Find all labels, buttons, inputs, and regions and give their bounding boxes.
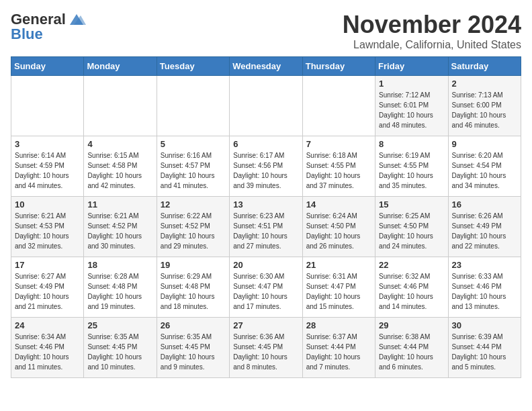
day-info: Sunrise: 6:35 AM Sunset: 4:45 PM Dayligh… [161, 332, 226, 372]
calendar-cell [157, 76, 229, 136]
day-number: 30 [452, 320, 517, 330]
day-number: 21 [306, 260, 371, 270]
day-number: 10 [15, 199, 80, 210]
calendar-cell: 25Sunrise: 6:35 AM Sunset: 4:45 PM Dayli… [84, 318, 157, 378]
calendar-cell: 8Sunrise: 6:19 AM Sunset: 4:55 PM Daylig… [375, 136, 448, 197]
day-info: Sunrise: 6:16 AM Sunset: 4:57 PM Dayligh… [161, 150, 226, 191]
calendar-cell: 30Sunrise: 6:39 AM Sunset: 4:44 PM Dayli… [448, 318, 521, 378]
title-block: November 2024 Lawndale, California, Unit… [343, 11, 521, 51]
day-number: 16 [452, 199, 517, 210]
day-info: Sunrise: 6:14 AM Sunset: 4:59 PM Dayligh… [15, 150, 80, 191]
day-number: 19 [161, 260, 226, 270]
day-number: 23 [452, 260, 517, 270]
day-info: Sunrise: 6:35 AM Sunset: 4:45 PM Dayligh… [87, 332, 152, 372]
day-number: 2 [452, 79, 517, 89]
weekday-header-saturday: Saturday [448, 57, 521, 76]
weekday-header-thursday: Thursday [302, 57, 375, 76]
day-info: Sunrise: 6:38 AM Sunset: 4:44 PM Dayligh… [379, 332, 444, 372]
day-info: Sunrise: 6:20 AM Sunset: 4:54 PM Dayligh… [452, 150, 517, 191]
calendar-cell: 17Sunrise: 6:27 AM Sunset: 4:49 PM Dayli… [11, 257, 84, 318]
day-number: 18 [87, 260, 152, 270]
calendar-cell: 1Sunrise: 7:12 AM Sunset: 6:01 PM Daylig… [375, 76, 448, 136]
day-number: 14 [306, 199, 371, 210]
calendar-cell: 5Sunrise: 6:16 AM Sunset: 4:57 PM Daylig… [157, 136, 229, 197]
calendar-cell: 9Sunrise: 6:20 AM Sunset: 4:54 PM Daylig… [448, 136, 521, 197]
day-info: Sunrise: 6:18 AM Sunset: 4:55 PM Dayligh… [306, 150, 371, 191]
calendar-cell: 26Sunrise: 6:35 AM Sunset: 4:45 PM Dayli… [157, 318, 229, 378]
weekday-header-sunday: Sunday [11, 57, 84, 76]
day-info: Sunrise: 6:29 AM Sunset: 4:48 PM Dayligh… [161, 271, 226, 312]
calendar-cell: 3Sunrise: 6:14 AM Sunset: 4:59 PM Daylig… [11, 136, 84, 197]
day-info: Sunrise: 6:36 AM Sunset: 4:45 PM Dayligh… [233, 332, 298, 372]
day-info: Sunrise: 6:39 AM Sunset: 4:44 PM Dayligh… [452, 332, 517, 372]
day-number: 29 [379, 320, 444, 330]
page-header: General Blue November 2024 Lawndale, Cal… [11, 11, 521, 51]
logo: General Blue [11, 11, 86, 43]
calendar-cell: 13Sunrise: 6:23 AM Sunset: 4:51 PM Dayli… [230, 197, 302, 257]
day-number: 6 [233, 139, 298, 149]
day-info: Sunrise: 6:33 AM Sunset: 4:46 PM Dayligh… [452, 271, 517, 312]
day-info: Sunrise: 6:22 AM Sunset: 4:52 PM Dayligh… [161, 211, 226, 251]
day-number: 20 [233, 260, 298, 270]
day-number: 4 [87, 139, 152, 149]
day-info: Sunrise: 6:24 AM Sunset: 4:50 PM Dayligh… [306, 211, 371, 251]
day-info: Sunrise: 6:31 AM Sunset: 4:47 PM Dayligh… [306, 271, 371, 312]
weekday-header-friday: Friday [375, 57, 448, 76]
day-info: Sunrise: 6:23 AM Sunset: 4:51 PM Dayligh… [233, 211, 298, 251]
calendar-cell: 10Sunrise: 6:21 AM Sunset: 4:53 PM Dayli… [11, 197, 84, 257]
calendar-cell: 28Sunrise: 6:37 AM Sunset: 4:44 PM Dayli… [302, 318, 375, 378]
day-number: 27 [233, 320, 298, 330]
calendar-cell [230, 76, 302, 136]
calendar-cell: 16Sunrise: 6:26 AM Sunset: 4:49 PM Dayli… [448, 197, 521, 257]
day-info: Sunrise: 7:13 AM Sunset: 6:00 PM Dayligh… [452, 90, 517, 130]
calendar-cell: 22Sunrise: 6:32 AM Sunset: 4:46 PM Dayli… [375, 257, 448, 318]
calendar-cell: 23Sunrise: 6:33 AM Sunset: 4:46 PM Dayli… [448, 257, 521, 318]
calendar-cell: 2Sunrise: 7:13 AM Sunset: 6:00 PM Daylig… [448, 76, 521, 136]
weekday-header-monday: Monday [84, 57, 157, 76]
day-info: Sunrise: 6:32 AM Sunset: 4:46 PM Dayligh… [379, 271, 444, 312]
calendar-cell: 7Sunrise: 6:18 AM Sunset: 4:55 PM Daylig… [302, 136, 375, 197]
day-info: Sunrise: 6:21 AM Sunset: 4:52 PM Dayligh… [87, 211, 152, 251]
calendar-cell [84, 76, 157, 136]
calendar-cell: 14Sunrise: 6:24 AM Sunset: 4:50 PM Dayli… [302, 197, 375, 257]
logo-blue-text: Blue [11, 26, 43, 43]
day-number: 8 [379, 139, 444, 149]
calendar-cell: 15Sunrise: 6:25 AM Sunset: 4:50 PM Dayli… [375, 197, 448, 257]
location-title: Lawndale, California, United States [343, 39, 521, 51]
day-number: 26 [161, 320, 226, 330]
day-number: 3 [15, 139, 80, 149]
calendar-cell: 27Sunrise: 6:36 AM Sunset: 4:45 PM Dayli… [230, 318, 302, 378]
calendar-cell: 20Sunrise: 6:30 AM Sunset: 4:47 PM Dayli… [230, 257, 302, 318]
day-info: Sunrise: 6:19 AM Sunset: 4:55 PM Dayligh… [379, 150, 444, 191]
day-number: 17 [15, 260, 80, 270]
day-info: Sunrise: 6:34 AM Sunset: 4:46 PM Dayligh… [15, 332, 80, 372]
day-number: 25 [87, 320, 152, 330]
calendar-cell: 24Sunrise: 6:34 AM Sunset: 4:46 PM Dayli… [11, 318, 84, 378]
day-number: 28 [306, 320, 371, 330]
day-number: 5 [161, 139, 226, 149]
day-info: Sunrise: 6:28 AM Sunset: 4:48 PM Dayligh… [87, 271, 152, 312]
day-info: Sunrise: 6:26 AM Sunset: 4:49 PM Dayligh… [452, 211, 517, 251]
day-number: 12 [161, 199, 226, 210]
calendar-cell: 6Sunrise: 6:17 AM Sunset: 4:56 PM Daylig… [230, 136, 302, 197]
day-info: Sunrise: 7:12 AM Sunset: 6:01 PM Dayligh… [379, 90, 444, 130]
day-number: 9 [452, 139, 517, 149]
day-number: 22 [379, 260, 444, 270]
calendar-cell [302, 76, 375, 136]
day-number: 1 [379, 79, 444, 89]
calendar-cell [11, 76, 84, 136]
day-number: 7 [306, 139, 371, 149]
day-info: Sunrise: 6:37 AM Sunset: 4:44 PM Dayligh… [306, 332, 371, 372]
day-info: Sunrise: 6:17 AM Sunset: 4:56 PM Dayligh… [233, 150, 298, 191]
day-info: Sunrise: 6:15 AM Sunset: 4:58 PM Dayligh… [87, 150, 152, 191]
calendar-cell: 12Sunrise: 6:22 AM Sunset: 4:52 PM Dayli… [157, 197, 229, 257]
calendar-cell: 29Sunrise: 6:38 AM Sunset: 4:44 PM Dayli… [375, 318, 448, 378]
day-number: 15 [379, 199, 444, 210]
day-info: Sunrise: 6:30 AM Sunset: 4:47 PM Dayligh… [233, 271, 298, 312]
calendar-cell: 11Sunrise: 6:21 AM Sunset: 4:52 PM Dayli… [84, 197, 157, 257]
month-title: November 2024 [343, 11, 521, 39]
weekday-header-tuesday: Tuesday [157, 57, 229, 76]
calendar-cell: 21Sunrise: 6:31 AM Sunset: 4:47 PM Dayli… [302, 257, 375, 318]
day-info: Sunrise: 6:25 AM Sunset: 4:50 PM Dayligh… [379, 211, 444, 251]
calendar-cell: 18Sunrise: 6:28 AM Sunset: 4:48 PM Dayli… [84, 257, 157, 318]
